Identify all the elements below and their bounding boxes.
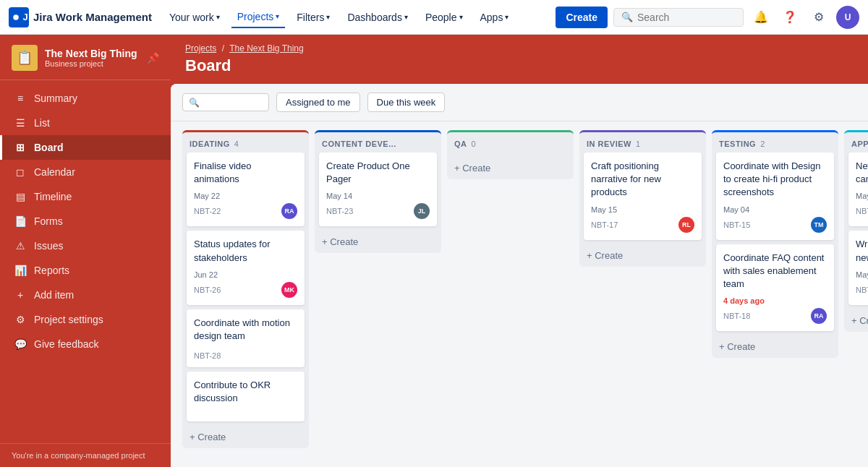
breadcrumb-projects[interactable]: Projects	[185, 43, 216, 53]
column-create-link[interactable]: + Create	[579, 244, 706, 267]
card[interactable]: Finalise video animationsMay 22NBT-22RA	[187, 153, 305, 226]
card[interactable]: Coordinate with motion design teamNBT-28	[187, 309, 305, 367]
notifications-button[interactable]: 🔔	[749, 6, 773, 29]
column-title: TESTING	[719, 140, 756, 148]
column-create-link[interactable]: + Create	[182, 426, 309, 448]
column-cards: Craft positioning narrative for new prod…	[579, 153, 706, 244]
sidebar-item-add[interactable]: + Add item	[0, 283, 171, 307]
column-title: IN REVIEW	[587, 140, 631, 148]
card-meta: May 26	[856, 192, 868, 200]
nav-people[interactable]: People ▾	[420, 7, 469, 27]
column-create-link[interactable]: + Create	[712, 335, 838, 358]
card-id: NBT-17	[591, 220, 618, 229]
card-avatar: RA	[811, 308, 827, 324]
card-meta: May 15	[591, 205, 694, 214]
column-header-qa: QA0	[447, 132, 574, 153]
card[interactable]: Create Product One PagerMay 14NBT-23JL	[319, 153, 437, 226]
chevron-down-icon: ▾	[216, 13, 220, 21]
sidebar-item-timeline[interactable]: ▤ Timeline	[0, 184, 171, 209]
card-footer: NBT-17RL	[591, 217, 694, 233]
sidebar-item-settings[interactable]: ⚙ Project settings	[0, 307, 171, 332]
sidebar-item-reports[interactable]: 📊 Reports	[0, 258, 171, 283]
card-footer: NBT-23JL	[326, 203, 430, 219]
nav-dashboards[interactable]: Dashboards ▾	[341, 7, 414, 27]
card[interactable]: Status updates for stakeholdersJun 22NBT…	[187, 231, 305, 304]
breadcrumb-project[interactable]: The Next Big Thing	[229, 43, 304, 53]
help-button[interactable]: ❓	[778, 6, 801, 29]
nav-your-work[interactable]: Your work ▾	[163, 7, 226, 27]
global-search[interactable]: 🔍	[613, 8, 744, 27]
feedback-icon: 💬	[14, 338, 27, 350]
nav-apps[interactable]: Apps ▾	[475, 7, 515, 27]
card[interactable]: New asset for sales campaigns with insig…	[848, 153, 868, 226]
card[interactable]: Coordinate FAQ content with sales enable…	[716, 244, 834, 332]
chevron-down-icon: ▾	[404, 13, 408, 21]
board-toolbar: 🔍 Assigned to me Due this week	[171, 84, 868, 121]
board-search-field[interactable]: 🔍	[182, 93, 269, 111]
main-content: Projects / The Next Big Thing Board 🔍 As…	[171, 35, 868, 467]
assigned-to-me-filter[interactable]: Assigned to me	[276, 93, 360, 112]
column-header-in-review: IN REVIEW1	[579, 132, 706, 153]
forms-icon: 📄	[14, 215, 27, 227]
column-header-ideating: IDEATING4	[182, 132, 309, 153]
card-footer: NBT-26MK	[194, 282, 297, 298]
card-date: May 07	[856, 270, 868, 279]
column-count: 2	[760, 140, 765, 148]
list-icon: ☰	[14, 117, 27, 129]
due-this-week-filter[interactable]: Due this week	[367, 93, 446, 112]
column-title: CONTENT DEVE...	[322, 140, 396, 148]
main-header: Projects / The Next Big Thing Board	[171, 35, 868, 81]
sidebar-project-header: 📋 The Next Big Thing Business project 📌	[0, 35, 171, 80]
project-name: The Next Big Thing	[45, 48, 140, 60]
pin-icon[interactable]: 📌	[147, 52, 159, 64]
sidebar-item-summary[interactable]: ≡ Summary	[0, 86, 171, 111]
sidebar-item-issues[interactable]: ⚠ Issues	[0, 234, 171, 258]
user-avatar[interactable]: U	[836, 6, 859, 29]
add-icon: +	[14, 289, 27, 301]
column-cards: Finalise video animationsMay 22NBT-22RAS…	[182, 153, 309, 426]
card-footer: NBT-15TM	[723, 217, 827, 233]
nav-filters[interactable]: Filters ▾	[291, 7, 336, 27]
sidebar-item-forms[interactable]: 📄 Forms	[0, 209, 171, 234]
sidebar-item-feedback[interactable]: 💬 Give feedback	[0, 332, 171, 356]
search-input[interactable]	[637, 12, 724, 23]
column-in-review: IN REVIEW1Craft positioning narrative fo…	[579, 130, 706, 267]
card-date: May 15	[591, 205, 617, 214]
card-footer: NBT-25AK	[856, 282, 868, 298]
card-title: Create Product One Pager	[326, 160, 430, 186]
sidebar-item-calendar[interactable]: ◻ Calendar	[0, 160, 171, 184]
column-create-link[interactable]: + Create	[315, 231, 441, 253]
sidebar-nav: ≡ Summary ☰ List ⊞ Board ◻ Calendar ▤ Ti…	[0, 80, 171, 443]
card[interactable]: Craft positioning narrative for new prod…	[584, 153, 702, 240]
card-date: Jun 22	[194, 270, 218, 279]
card-footer: NBT-28	[194, 351, 297, 360]
column-header-testing: TESTING2	[712, 132, 838, 153]
column-title: IDEATING	[190, 140, 230, 148]
nav-projects[interactable]: Projects ▾	[231, 7, 286, 28]
settings-button[interactable]: ⚙	[807, 6, 830, 29]
card-date: May 14	[326, 192, 352, 200]
card-meta: Jun 22	[194, 270, 297, 279]
card-footer: NBT-18RA	[723, 308, 827, 324]
board-search-input[interactable]	[204, 97, 262, 108]
sidebar-item-list[interactable]: ☰ List	[0, 111, 171, 135]
column-create-link[interactable]: + Create	[844, 309, 868, 332]
sidebar: 📋 The Next Big Thing Business project 📌 …	[0, 35, 171, 467]
board-icon: ⊞	[14, 142, 27, 153]
column-title: QA	[454, 140, 467, 148]
card[interactable]: Coordinate with Design to create hi-fi p…	[716, 153, 834, 240]
sidebar-item-board[interactable]: ⊞ Board	[0, 135, 171, 160]
card[interactable]: Write copy for enterprise newsletterMay …	[848, 231, 868, 304]
jira-icon: J	[9, 7, 29, 27]
card[interactable]: Contribute to OKR discussion	[187, 372, 305, 421]
card-date: May 22	[194, 192, 220, 200]
search-icon: 🔍	[621, 12, 633, 22]
create-button[interactable]: Create	[556, 7, 608, 28]
card-id: NBT-23	[326, 207, 353, 215]
chevron-down-icon: ▾	[459, 13, 463, 21]
card-id: NBT-14	[856, 207, 868, 215]
column-create-link[interactable]: + Create	[447, 157, 574, 179]
card-title: Coordinate with motion design team	[194, 317, 297, 343]
card-footer: NBT-14JR	[856, 203, 868, 219]
app-logo[interactable]: J Jira Work Management	[9, 7, 152, 27]
